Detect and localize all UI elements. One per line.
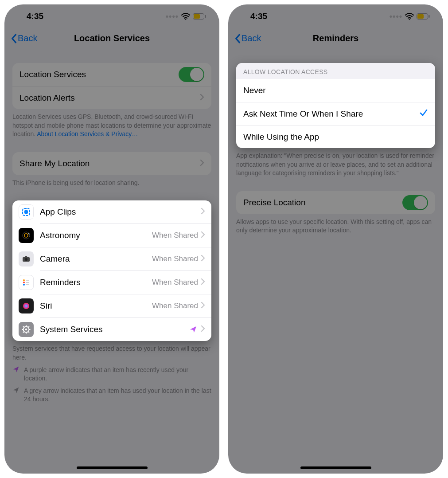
app-name: Siri bbox=[34, 301, 152, 311]
svg-point-17 bbox=[23, 303, 29, 309]
svg-rect-14 bbox=[26, 280, 29, 281]
option-ask-next-time[interactable]: Ask Next Time Or When I Share bbox=[236, 102, 435, 125]
svg-rect-30 bbox=[417, 14, 424, 19]
app-row-system-services[interactable]: System Services bbox=[12, 318, 211, 341]
app-row-astronomy[interactable]: Astronomy When Shared bbox=[12, 224, 211, 247]
svg-point-12 bbox=[23, 282, 25, 283]
svg-point-11 bbox=[23, 279, 25, 281]
cellular-dots-icon: •••• bbox=[390, 12, 402, 21]
option-never[interactable]: Never bbox=[236, 79, 435, 102]
status-right: •••• bbox=[166, 12, 206, 21]
app-name: Astronomy bbox=[34, 231, 152, 240]
chevron-right-icon bbox=[201, 278, 205, 287]
back-label: Back bbox=[242, 33, 261, 43]
svg-rect-29 bbox=[429, 15, 430, 18]
wifi-icon bbox=[405, 13, 414, 20]
option-label: Ask Next Time Or When I Share bbox=[243, 109, 419, 119]
app-row-camera[interactable]: Camera When Shared bbox=[12, 247, 211, 270]
precise-location-footnote: Allows apps to use your specific locatio… bbox=[228, 214, 443, 235]
chevron-right-icon bbox=[201, 325, 205, 334]
cellular-dots-icon: •••• bbox=[166, 12, 179, 21]
location-alerts-row[interactable]: Location Alerts bbox=[12, 86, 211, 109]
status-right: •••• bbox=[390, 12, 430, 21]
share-location-card: Share My Location bbox=[12, 152, 211, 175]
back-label: Back bbox=[18, 33, 37, 43]
precise-location-label: Precise Location bbox=[243, 198, 402, 208]
location-services-card: Location Services Location Alerts bbox=[12, 63, 211, 109]
svg-point-7 bbox=[23, 232, 30, 239]
option-label: Never bbox=[243, 86, 428, 95]
status-bar: 4:35 •••• bbox=[4, 4, 219, 27]
precise-location-toggle[interactable] bbox=[402, 195, 428, 210]
location-services-row[interactable]: Location Services bbox=[12, 63, 211, 86]
phone-reminders: 4:35 •••• Back Reminders ALLOW LOCATION … bbox=[228, 4, 443, 474]
svg-line-24 bbox=[28, 332, 29, 333]
astronomy-icon bbox=[19, 228, 34, 243]
nav-header: Back Reminders bbox=[228, 27, 443, 50]
share-location-footnote: This iPhone is being used for location s… bbox=[4, 175, 219, 188]
status-bar: 4:35 •••• bbox=[228, 4, 443, 27]
battery-icon bbox=[193, 13, 206, 20]
app-row-app-clips[interactable]: App Clips bbox=[12, 200, 211, 223]
location-access-options: ALLOW LOCATION ACCESS Never Ask Next Tim… bbox=[236, 63, 435, 148]
chevron-right-icon bbox=[201, 254, 205, 264]
app-name: System Services bbox=[34, 325, 189, 334]
apps-card: App Clips Astronomy When Shared bbox=[12, 200, 211, 341]
chevron-back-icon bbox=[11, 34, 17, 43]
svg-rect-16 bbox=[26, 284, 29, 285]
svg-point-10 bbox=[25, 258, 27, 261]
option-while-using[interactable]: While Using the App bbox=[236, 125, 435, 148]
share-my-location-label: Share My Location bbox=[19, 159, 200, 168]
chevron-back-icon bbox=[234, 34, 241, 43]
phone-location-services: 4:35 •••• Back Location Services Locati bbox=[4, 4, 219, 474]
app-status: When Shared bbox=[152, 278, 198, 287]
app-status: When Shared bbox=[152, 231, 198, 240]
about-privacy-link[interactable]: About Location Services & Privacy… bbox=[37, 130, 138, 137]
svg-rect-5 bbox=[24, 210, 28, 214]
svg-point-6 bbox=[24, 234, 28, 237]
app-row-reminders[interactable]: Reminders When Shared bbox=[12, 271, 211, 294]
location-arrow-icon bbox=[12, 387, 19, 396]
back-button[interactable]: Back bbox=[11, 33, 37, 43]
chevron-right-icon bbox=[200, 159, 204, 168]
location-alerts-label: Location Alerts bbox=[19, 93, 200, 103]
location-arrow-icon bbox=[189, 325, 197, 333]
location-arrow-icon bbox=[12, 366, 19, 376]
app-row-siri[interactable]: Siri When Shared bbox=[12, 294, 211, 317]
svg-rect-2 bbox=[205, 15, 206, 18]
app-clips-icon bbox=[19, 204, 34, 219]
svg-rect-15 bbox=[26, 282, 29, 283]
wifi-icon bbox=[181, 13, 190, 20]
app-status: When Shared bbox=[152, 302, 198, 310]
battery-icon bbox=[417, 13, 430, 20]
purple-arrow-footnote: A purple arrow indicates that an item ha… bbox=[4, 362, 219, 383]
siri-icon bbox=[19, 298, 34, 313]
grey-arrow-footnote: A grey arrow indicates that an item has … bbox=[4, 383, 219, 404]
status-time: 4:35 bbox=[27, 12, 43, 21]
share-my-location-row[interactable]: Share My Location bbox=[12, 152, 211, 175]
status-time: 4:35 bbox=[250, 12, 267, 21]
back-button[interactable]: Back bbox=[234, 33, 261, 43]
svg-line-23 bbox=[23, 326, 24, 327]
chevron-right-icon bbox=[201, 301, 205, 311]
svg-line-25 bbox=[23, 332, 24, 333]
location-services-footnote: Location Services uses GPS, Bluetooth, a… bbox=[4, 109, 219, 139]
gear-icon bbox=[19, 322, 34, 337]
chevron-right-icon bbox=[201, 231, 205, 240]
app-name: App Clips bbox=[34, 207, 198, 217]
app-name: Camera bbox=[34, 254, 152, 264]
reminders-icon bbox=[19, 275, 34, 290]
section-header: ALLOW LOCATION ACCESS bbox=[236, 63, 435, 79]
location-services-toggle[interactable] bbox=[179, 67, 204, 82]
svg-rect-3 bbox=[194, 14, 200, 19]
chevron-right-icon bbox=[201, 207, 205, 217]
home-indicator[interactable] bbox=[300, 466, 371, 469]
svg-point-27 bbox=[25, 329, 27, 330]
camera-icon bbox=[19, 251, 34, 266]
precise-location-row[interactable]: Precise Location bbox=[236, 191, 435, 214]
home-indicator[interactable] bbox=[77, 466, 148, 469]
app-status: When Shared bbox=[152, 255, 198, 263]
app-explanation-footnote: App explanation: "When precise is on, yo… bbox=[228, 148, 443, 178]
chevron-right-icon bbox=[200, 93, 204, 103]
checkmark-icon bbox=[419, 108, 428, 120]
